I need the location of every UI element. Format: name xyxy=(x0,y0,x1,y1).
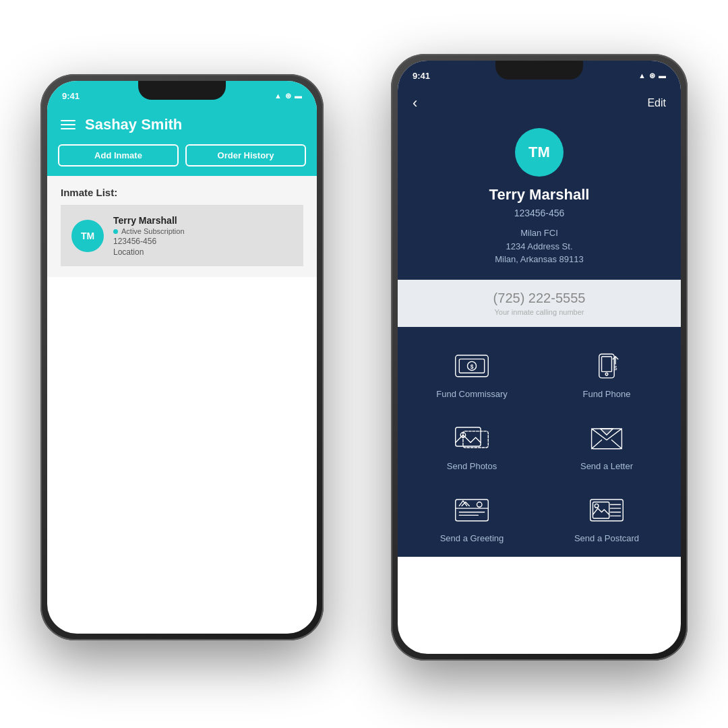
signal-icon: ▲ xyxy=(274,92,282,100)
calling-number: (725) 222-5555 xyxy=(418,291,661,306)
facility-name: Milan FCI xyxy=(520,228,558,238)
action-send-greeting[interactable]: Send a Greeting xyxy=(411,485,533,550)
phone-2-screen: 9:41 ▲ ⊛ ▬ ‹ Edit TM Terry Marshall 1234… xyxy=(398,61,681,654)
add-inmate-button[interactable]: Add Inmate xyxy=(58,144,179,166)
address-line1: 1234 Address St. xyxy=(506,241,572,251)
status-time-1: 9:41 xyxy=(62,91,80,101)
svg-line-13 xyxy=(592,439,602,448)
svg-point-17 xyxy=(477,502,481,506)
fund-phone-label: Fund Phone xyxy=(583,389,631,399)
phone1-header: Sashay Smith xyxy=(47,111,317,144)
status-time-2: 9:41 xyxy=(413,71,430,81)
inmate-info: Terry Marshall Active Subscription 12345… xyxy=(113,215,185,257)
svg-text:$: $ xyxy=(471,363,474,369)
edit-button[interactable]: Edit xyxy=(647,97,666,109)
phone2-profile: TM Terry Marshall 123456-456 Milan FCI 1… xyxy=(398,121,681,280)
phone-2: 9:41 ▲ ⊛ ▬ ‹ Edit TM Terry Marshall 1234… xyxy=(391,54,688,661)
calling-label: Your inmate calling number xyxy=(418,308,661,316)
postcard-label: Send a Postcard xyxy=(574,533,639,543)
action-send-postcard[interactable]: Send a Postcard xyxy=(546,485,667,550)
calling-section: (725) 222-5555 Your inmate calling numbe… xyxy=(398,280,681,327)
wifi-icon: ⊛ xyxy=(285,92,291,100)
address-line2: Milan, Arkansas 89113 xyxy=(495,254,584,264)
svg-line-14 xyxy=(611,439,621,448)
battery-icon: ▬ xyxy=(295,92,302,100)
inmate-name: Terry Marshall xyxy=(113,215,185,226)
phone-1: 9:41 ▲ ⊛ ▬ Sashay Smith Add Inmate Order… xyxy=(40,74,324,640)
letter-icon xyxy=(585,419,628,456)
inmate-id: 123456-456 xyxy=(113,237,185,246)
battery-icon-2: ▬ xyxy=(659,71,666,80)
user-name: Sashay Smith xyxy=(85,116,182,133)
letter-label: Send a Letter xyxy=(580,461,633,471)
photos-label: Send Photos xyxy=(447,461,497,471)
commissary-icon: $ xyxy=(450,347,493,384)
order-history-button[interactable]: Order History xyxy=(185,144,306,166)
fund-phone-icon: $ xyxy=(585,347,628,384)
svg-rect-15 xyxy=(456,499,489,521)
status-icons-2: ▲ ⊛ ▬ xyxy=(638,71,666,80)
photos-icon xyxy=(450,419,493,456)
svg-rect-20 xyxy=(590,499,624,521)
inmate-list-label: Inmate List: xyxy=(61,187,303,198)
inmate-subscription: Active Subscription xyxy=(113,227,185,235)
phone-1-screen: 9:41 ▲ ⊛ ▬ Sashay Smith Add Inmate Order… xyxy=(47,81,317,634)
status-icons-1: ▲ ⊛ ▬ xyxy=(274,92,302,100)
action-send-letter[interactable]: Send a Letter xyxy=(546,413,667,478)
action-fund-phone[interactable]: $ Fund Phone xyxy=(546,340,667,406)
menu-icon[interactable] xyxy=(61,120,75,129)
wifi-icon-2: ⊛ xyxy=(649,71,655,80)
svg-point-22 xyxy=(595,504,599,508)
commissary-label: Fund Commissary xyxy=(436,389,507,399)
postcard-icon xyxy=(585,491,628,528)
greeting-icon xyxy=(450,491,493,528)
action-fund-commissary[interactable]: $ Fund Commissary xyxy=(411,340,533,406)
profile-name: Terry Marshall xyxy=(489,186,590,204)
back-button[interactable]: ‹ xyxy=(413,94,417,112)
profile-id: 123456-456 xyxy=(514,208,565,218)
inmate-list-item[interactable]: TM Terry Marshall Active Subscription 12… xyxy=(61,206,303,266)
actions-grid: $ Fund Commissary xyxy=(398,327,681,557)
greeting-label: Send a Greeting xyxy=(440,533,504,543)
signal-icon-2: ▲ xyxy=(638,71,646,80)
active-dot xyxy=(113,229,118,234)
svg-rect-5 xyxy=(602,356,612,371)
action-buttons: Add Inmate Order History xyxy=(47,144,317,176)
subscription-label: Active Subscription xyxy=(121,227,185,235)
svg-point-6 xyxy=(605,373,608,375)
avatar-large: TM xyxy=(515,128,564,177)
notch-2 xyxy=(495,61,583,80)
svg-rect-9 xyxy=(456,427,481,446)
svg-text:$: $ xyxy=(614,365,617,371)
inmate-location: Location xyxy=(113,247,185,257)
avatar-1: TM xyxy=(71,220,104,252)
profile-facility: Milan FCI 1234 Address St. Milan, Arkans… xyxy=(495,226,584,266)
notch-1 xyxy=(138,81,226,100)
phone2-nav: ‹ Edit xyxy=(398,90,681,121)
phone1-content: Inmate List: TM Terry Marshall Active Su… xyxy=(47,176,317,277)
action-send-photos[interactable]: Send Photos xyxy=(411,413,533,478)
